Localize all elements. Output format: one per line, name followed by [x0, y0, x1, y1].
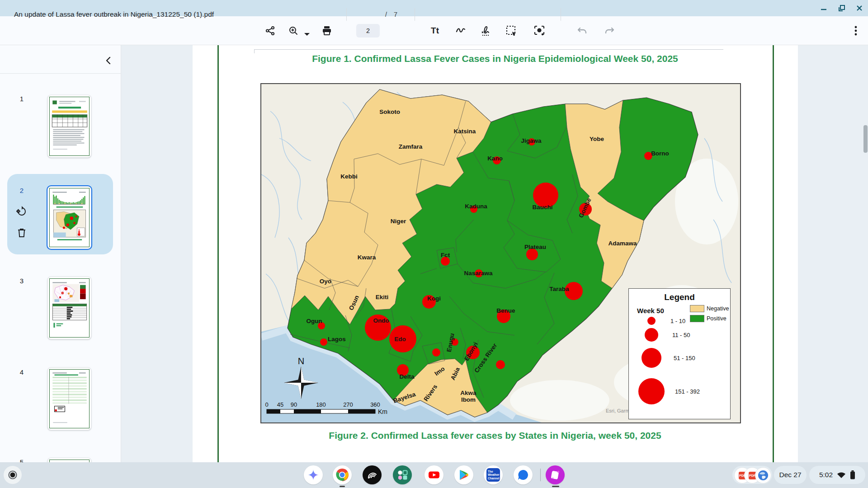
figure2-caption: Figure 2. Confirmed Lassa fever cases by…	[217, 430, 773, 441]
date-pill[interactable]: Dec 27	[774, 466, 807, 484]
time-label: 5:02	[819, 471, 833, 479]
weather-text-3: Channel	[488, 477, 500, 480]
radio-arcs-icon[interactable]	[363, 465, 382, 484]
select-area-icon[interactable]	[502, 22, 520, 40]
restore-button[interactable]	[835, 1, 849, 15]
state-label-fct: Fct	[441, 252, 450, 258]
page-border-right	[773, 45, 774, 462]
map-legend: Legend Week 50 Negative Positive 1 - 101…	[628, 288, 731, 419]
minimize-button[interactable]	[817, 1, 830, 15]
state-label-kwara: Kwara	[358, 254, 376, 261]
state-label-kaduna: Kaduna	[465, 203, 487, 210]
state-label-yobe: Yobe	[590, 136, 604, 142]
scale-tick: 180	[316, 401, 326, 408]
vertical-scrollbar[interactable]	[863, 125, 868, 153]
state-label-taraba: Taraba	[549, 286, 569, 292]
legend-size-circle	[645, 328, 658, 342]
map-attribution: Esri, Garmi	[606, 408, 631, 413]
screen-capture-icon[interactable]	[546, 465, 565, 484]
gemini-icon[interactable]	[304, 465, 323, 484]
messages-icon[interactable]	[514, 465, 533, 484]
zoom-dropdown-icon[interactable]	[304, 30, 310, 38]
collapse-sidebar-icon[interactable]	[103, 55, 114, 66]
state-label-adamawa: Adamawa	[608, 240, 637, 247]
state-label-akwa-ibom: AkwaIbom	[460, 389, 476, 403]
toolbar-divider	[346, 8, 347, 21]
chrome-running-indicator	[340, 486, 345, 487]
scale-tick: 0	[265, 401, 268, 408]
text-annotation-icon[interactable]: Tt	[426, 22, 444, 40]
state-label-bauchi: Bauchi	[532, 204, 552, 211]
draw-icon[interactable]	[452, 22, 470, 40]
state-label-benue: Benue	[496, 307, 515, 314]
tote-tray[interactable]: PDF PDF	[732, 466, 772, 484]
state-label-delta: Delta	[399, 373, 415, 380]
toolbar-divider	[561, 8, 561, 21]
page-3-number: 3	[15, 277, 28, 285]
close-icon[interactable]	[853, 1, 866, 15]
zoom-icon[interactable]	[284, 22, 302, 40]
page-2-number: 2	[15, 187, 28, 194]
state-label-kogi: Kogi	[427, 295, 441, 302]
chart-axis-remnant	[254, 49, 255, 53]
wifi-icon	[837, 471, 846, 479]
state-label-sokoto: Sokoto	[379, 108, 400, 115]
ocr-camera-icon[interactable]	[530, 22, 548, 40]
print-icon[interactable]	[318, 22, 336, 40]
state-label-oyo: Oyo	[320, 278, 331, 285]
legend-size-circle	[638, 378, 665, 404]
undo-icon[interactable]	[573, 22, 591, 40]
globe-file-icon	[755, 467, 771, 483]
page-4-number: 4	[15, 368, 28, 376]
redo-icon[interactable]	[600, 22, 618, 40]
state-label-edo: Edo	[394, 336, 406, 343]
state-label-ekiti: Ekiti	[376, 294, 389, 300]
sidebar-divider	[0, 73, 121, 74]
thumbnail-page-4[interactable]	[47, 367, 91, 430]
legend-size-circle	[642, 348, 661, 368]
state-label-borno: Borno	[651, 150, 669, 157]
thumbnail-page-2[interactable]	[47, 186, 91, 249]
state-label-kebbi: Kebbi	[340, 173, 358, 180]
battery-icon	[850, 470, 855, 479]
screen: An update of Lassa fever outbreak in Nig…	[0, 0, 868, 488]
state-label-nasarawa: Nasarawa	[464, 270, 493, 277]
weather-channel-icon[interactable]: The Weather Channel	[484, 465, 503, 484]
signature-icon[interactable]	[477, 22, 495, 40]
status-pill[interactable]: 5:02	[809, 466, 865, 484]
scale-tick: 90	[291, 401, 297, 408]
thumbnail-page-1[interactable]	[47, 95, 91, 158]
legend-negative-swatch	[690, 305, 704, 312]
state-label-kano: Kano	[487, 155, 503, 162]
play-store-icon[interactable]	[454, 465, 473, 484]
legend-size-label: 151 - 392	[675, 388, 700, 395]
scale-tick: 270	[343, 401, 353, 408]
scale-unit: Km	[378, 408, 387, 415]
scale-tick: 45	[277, 401, 283, 408]
page-total: 7	[394, 0, 397, 29]
legend-negative-label: Negative	[707, 305, 729, 312]
shapes-apps-icon[interactable]	[393, 465, 412, 484]
page-number-input[interactable]: 2	[356, 24, 380, 38]
share-icon[interactable]	[261, 22, 279, 40]
figure1-title: Figure 1. Confirmed Lassa Fever Cases in…	[217, 53, 773, 64]
compass-north-label: N	[298, 356, 304, 366]
more-menu-icon[interactable]	[847, 22, 865, 40]
delete-page-icon[interactable]	[16, 227, 27, 238]
status-tray-button[interactable]	[4, 466, 22, 484]
state-label-niger: Niger	[391, 218, 406, 225]
youtube-icon[interactable]	[425, 465, 443, 484]
rotate-page-icon[interactable]	[16, 206, 27, 217]
document-filename: An update of Lassa fever outbreak in Nig…	[14, 0, 214, 29]
legend-size-circle	[647, 317, 656, 325]
legend-title: Legend	[629, 292, 730, 302]
state-label-ogun: Ogun	[306, 318, 322, 324]
weather-text-1: The	[488, 470, 500, 473]
state-label-plateau: Plateau	[524, 244, 546, 250]
chrome-icon[interactable]	[333, 465, 352, 484]
thumbnail-page-3[interactable]	[47, 277, 91, 339]
date-label: Dec 27	[779, 471, 801, 479]
shelf-divider	[540, 469, 541, 481]
legend-size-label: 1 - 10	[670, 318, 685, 324]
page-border-left	[217, 45, 219, 462]
